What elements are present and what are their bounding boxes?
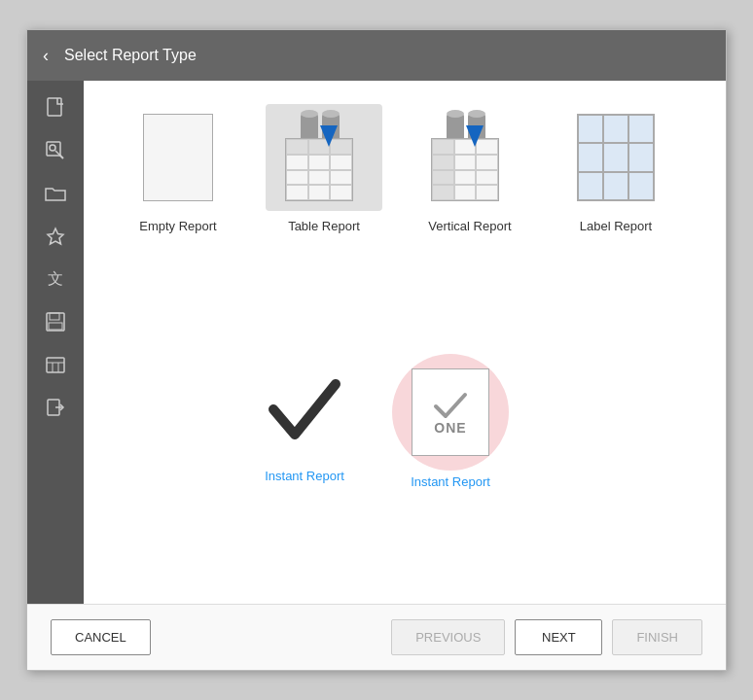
dialog: ‹ Select Report Type (26, 29, 727, 671)
label-cell (603, 115, 628, 143)
vertical-report-icon-box (412, 104, 528, 211)
grid-cell (432, 139, 454, 155)
vertical-blue-arrow (466, 125, 484, 153)
cylinder-1 (301, 114, 318, 141)
svg-point-2 (50, 145, 55, 151)
vertical-table-sheet (431, 138, 499, 201)
instant-one-report-item[interactable]: ONE Instant Report (387, 354, 514, 489)
body: 文 (27, 81, 726, 604)
image-search-icon[interactable] (36, 131, 75, 170)
grid-cell (432, 170, 454, 186)
star-icon[interactable] (36, 217, 75, 256)
one-text: ONE (434, 420, 466, 436)
vertical-table-grid (432, 139, 498, 200)
label-report-label: Label Report (580, 219, 652, 233)
label-cell (603, 172, 628, 200)
table-report-icon (285, 114, 363, 201)
blue-arrow (320, 125, 338, 153)
label-cell (628, 172, 654, 200)
grid-cell (308, 155, 331, 170)
grid-cell (476, 185, 498, 200)
report-type-grid: Empty Report (115, 104, 695, 331)
grid-cell (454, 170, 477, 186)
back-button[interactable]: ‹ (43, 46, 49, 66)
vertical-report-icon (431, 114, 509, 201)
table-report-icon-box (266, 104, 382, 211)
empty-report-icon (143, 114, 213, 201)
label-cell (578, 172, 603, 200)
instant-report-item[interactable]: Instant Report (241, 354, 368, 483)
text-icon-label: 文 (48, 269, 63, 290)
instant-report-icon-box (246, 354, 363, 461)
empty-report-label: Empty Report (139, 219, 216, 233)
table-sheet-grid (286, 139, 352, 200)
grid-cell (286, 155, 308, 170)
grid-cell (330, 155, 352, 170)
grid-cell (286, 139, 308, 155)
svg-rect-9 (47, 358, 64, 372)
folder-icon[interactable] (36, 174, 75, 213)
instant-one-report-label: Instant Report (411, 474, 490, 489)
export-icon[interactable] (36, 388, 75, 427)
sidebar: 文 (27, 81, 84, 604)
footer-left: CANCEL (51, 619, 391, 655)
grid-cell (432, 185, 454, 200)
grid-cell (286, 170, 308, 186)
main-content: Empty Report (84, 81, 726, 604)
grid-cell (454, 185, 477, 200)
label-report-item[interactable]: Label Report (553, 104, 679, 233)
svg-marker-16 (466, 125, 484, 147)
vertical-report-label: Vertical Report (428, 219, 511, 233)
table-report-label: Table Report (288, 219, 360, 233)
grid-cell (330, 185, 352, 200)
empty-report-item[interactable]: Empty Report (115, 104, 241, 233)
grid-cell (432, 155, 454, 170)
footer-right: PREVIOUS NEXT FINISH (391, 619, 702, 655)
instant-check-icon (266, 364, 343, 451)
label-cell (578, 143, 603, 171)
empty-report-icon-box (120, 104, 236, 211)
header: ‹ Select Report Type (27, 30, 726, 81)
label-cell (578, 115, 603, 143)
label-grid (578, 115, 654, 200)
table-sheet (285, 138, 353, 201)
footer: CANCEL PREVIOUS NEXT FINISH (27, 604, 726, 670)
svg-rect-0 (48, 98, 61, 116)
label-report-icon-box (557, 104, 674, 211)
table-report-item[interactable]: Table Report (261, 104, 387, 233)
instant-one-box: ONE (412, 368, 489, 456)
instant-one-wrapper: ONE (392, 354, 509, 471)
label-cell (628, 115, 654, 143)
table-save-icon[interactable] (36, 345, 75, 384)
grid-cell (330, 170, 352, 186)
grid-cell (476, 170, 498, 186)
previous-button: PREVIOUS (391, 619, 505, 655)
label-cell (628, 143, 654, 171)
svg-marker-15 (320, 125, 338, 147)
dialog-title: Select Report Type (64, 47, 197, 64)
row-separator (115, 331, 695, 354)
document-icon[interactable] (36, 88, 75, 127)
report-type-grid-row2: Instant Report ONE Instant Report (115, 354, 695, 580)
instant-report-label: Instant Report (265, 469, 344, 483)
cylinder-3 (447, 114, 464, 141)
grid-cell (308, 185, 331, 200)
cancel-button[interactable]: CANCEL (51, 619, 151, 655)
next-button[interactable]: NEXT (515, 619, 602, 655)
save-icon[interactable] (36, 302, 75, 341)
grid-cell (286, 185, 308, 200)
text-icon[interactable]: 文 (36, 260, 75, 298)
finish-button: FINISH (612, 619, 702, 655)
label-report-icon (577, 114, 655, 201)
grid-cell (454, 155, 477, 170)
grid-cell (308, 170, 331, 186)
grid-cell (476, 155, 498, 170)
svg-marker-5 (48, 228, 63, 244)
svg-line-4 (59, 155, 63, 158)
vertical-report-item[interactable]: Vertical Report (407, 104, 533, 233)
svg-rect-7 (50, 313, 59, 320)
svg-rect-8 (49, 323, 62, 330)
label-cell (603, 143, 628, 171)
svg-line-3 (55, 151, 59, 155)
